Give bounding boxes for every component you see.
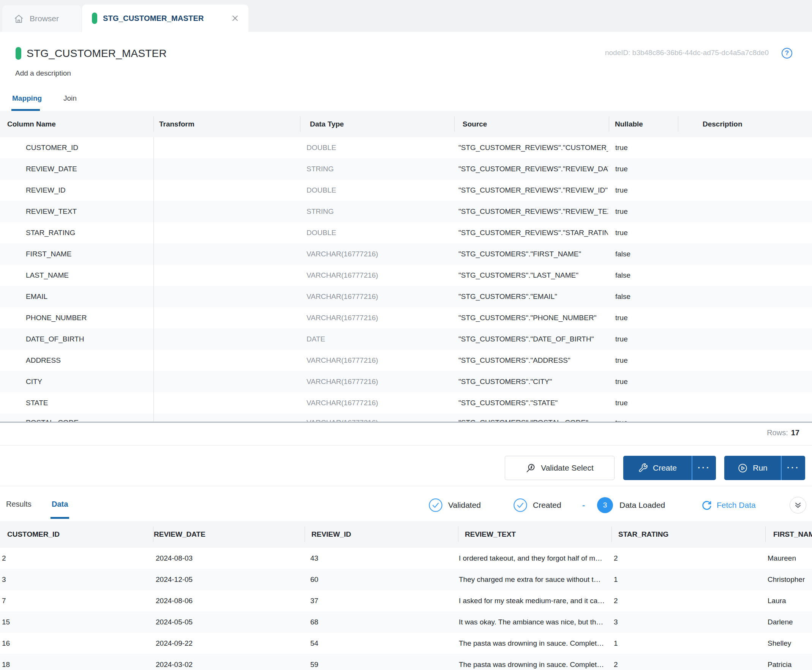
mapping-row[interactable]: REVIEW_IDDOUBLE"STG_CUSTOMER_REVIEWS"."R… xyxy=(0,179,812,201)
refresh-icon xyxy=(701,499,712,511)
create-more-options-button[interactable]: ··· xyxy=(692,456,716,480)
src-cell: "STG_CUSTOMERS"."STATE" xyxy=(458,393,608,414)
tab-active-label: STG_CUSTOMER_MASTER xyxy=(103,14,204,23)
mapping-row[interactable]: STAR_RATINGDOUBLE"STG_CUSTOMER_REVIEWS".… xyxy=(0,222,812,244)
mapping-row[interactable]: LAST_NAMEVARCHAR(16777216)"STG_CUSTOMERS… xyxy=(0,265,812,286)
name-cell: EMAIL xyxy=(26,286,47,307)
run-more-options-button[interactable]: ··· xyxy=(781,456,805,480)
chevrons-down-icon[interactable] xyxy=(790,497,806,514)
tab-results[interactable]: Results xyxy=(6,500,32,509)
column-header: Column Name xyxy=(7,111,56,137)
mapping-row[interactable]: REVIEW_DATESTRING"STG_CUSTOMER_REVIEWS".… xyxy=(0,158,812,179)
mapping-row[interactable]: ADDRESSVARCHAR(16777216)"STG_CUSTOMERS".… xyxy=(0,350,812,371)
data-cell: 3 xyxy=(614,611,618,633)
type-cell: DOUBLE xyxy=(306,137,336,158)
data-cell: The pasta was drowning in sauce. Complet… xyxy=(459,633,609,654)
column-header: REVIEW_ID xyxy=(311,521,351,548)
column-separator xyxy=(154,116,154,132)
tab-stg-customer-master[interactable]: STG_CUSTOMER_MASTER xyxy=(82,5,249,32)
column-header: Data Type xyxy=(310,111,344,137)
null-cell: true xyxy=(615,179,628,201)
src-cell: "STG_CUSTOMER_REVIEWS"."CUSTOMER_ID" xyxy=(458,137,608,158)
data-row: 22024-08-0343I ordered takeout, and they… xyxy=(0,548,812,569)
create-button[interactable]: Create xyxy=(623,456,692,480)
name-cell: ADDRESS xyxy=(26,350,61,371)
mapping-row[interactable]: REVIEW_TEXTSTRING"STG_CUSTOMER_REVIEWS".… xyxy=(0,201,812,222)
status-created: Created xyxy=(513,497,561,514)
page-title: STG_CUSTOMER_MASTER xyxy=(27,46,167,61)
src-cell: "STG_CUSTOMER_REVIEWS"."STAR_RATING" xyxy=(458,222,608,244)
data-table-header: CUSTOMER_IDREVIEW_DATEREVIEW_IDREVIEW_TE… xyxy=(0,521,812,548)
column-header: Transform xyxy=(159,111,195,137)
node-id: nodeID: b3b48c86-36b6-44dc-ad75-dc4a5a7c… xyxy=(605,49,769,57)
created-check-icon xyxy=(513,498,528,513)
tab-browser[interactable]: Browser xyxy=(2,5,81,32)
mapping-row[interactable]: CUSTOMER_IDDOUBLE"STG_CUSTOMER_REVIEWS".… xyxy=(0,137,812,158)
data-cell: I ordered takeout, and they forgot half … xyxy=(459,548,609,569)
data-cell: 2024-08-03 xyxy=(156,548,193,569)
type-cell: DOUBLE xyxy=(306,179,336,201)
results-panel-top-divider xyxy=(0,486,812,486)
data-cell: 2024-08-06 xyxy=(156,590,193,611)
mapping-row[interactable]: EMAILVARCHAR(16777216)"STG_CUSTOMERS"."E… xyxy=(0,286,812,307)
mapping-row[interactable]: CITYVARCHAR(16777216)"STG_CUSTOMERS"."CI… xyxy=(0,371,812,393)
data-cell: Laura xyxy=(768,590,786,611)
null-cell: true xyxy=(615,328,628,350)
null-cell: false xyxy=(615,244,631,265)
validate-select-button[interactable]: Validate Select xyxy=(505,456,614,480)
src-cell: "STG_CUSTOMERS"."EMAIL" xyxy=(458,286,608,307)
add-description-field[interactable]: Add a description xyxy=(15,69,71,78)
data-cell: 2 xyxy=(614,548,618,569)
name-cell: LAST_NAME xyxy=(26,265,69,286)
data-loaded-count-badge: 3 xyxy=(597,497,613,513)
data-cell: It was okay. The ambiance was nice, but … xyxy=(459,611,609,633)
column-header: CUSTOMER_ID xyxy=(7,521,60,548)
name-cell: PHONE_NUMBER xyxy=(26,307,86,328)
column-separator xyxy=(611,526,612,542)
src-cell: "STG_CUSTOMER_REVIEWS"."REVIEW_TEXT" xyxy=(458,201,608,222)
close-tab-icon[interactable] xyxy=(231,14,239,22)
column-separator xyxy=(458,526,458,542)
column-header: FIRST_NAME xyxy=(773,521,812,548)
run-button-group: Run ··· xyxy=(724,456,805,480)
src-cell: "STG_CUSTOMERS"."DATE_OF_BIRTH" xyxy=(458,328,608,350)
column-separator xyxy=(153,526,154,542)
data-cell: 43 xyxy=(310,548,318,569)
mapping-row[interactable]: FIRST_NAMEVARCHAR(16777216)"STG_CUSTOMER… xyxy=(0,244,812,265)
status-data-loaded: 3 Data Loaded xyxy=(597,497,665,514)
rows-count-value: 17 xyxy=(791,428,800,437)
mapping-row[interactable]: STATEVARCHAR(16777216)"STG_CUSTOMERS"."S… xyxy=(0,393,812,414)
data-cell: Darlene xyxy=(768,611,793,633)
node-type-icon xyxy=(15,47,21,60)
data-row: 32024-12-0560They charged me extra for s… xyxy=(0,569,812,590)
run-button[interactable]: Run xyxy=(724,456,781,480)
data-cell: 59 xyxy=(310,654,318,670)
tab-mapping[interactable]: Mapping xyxy=(12,94,42,103)
tab-data[interactable]: Data xyxy=(52,500,68,509)
mapping-row[interactable]: DATE_OF_BIRTHDATE"STG_CUSTOMERS"."DATE_O… xyxy=(0,328,812,350)
fetch-data-control[interactable]: Fetch Data xyxy=(701,497,756,514)
name-cell: STAR_RATING xyxy=(26,222,75,244)
data-row: 152024-05-0568It was okay. The ambiance … xyxy=(0,611,812,633)
tab-join[interactable]: Join xyxy=(63,94,77,103)
name-cell: REVIEW_ID xyxy=(26,179,66,201)
column-separator xyxy=(678,116,678,132)
data-cell: 1 xyxy=(614,633,618,654)
data-cell: 2024-12-05 xyxy=(156,569,193,590)
mapping-row[interactable]: PHONE_NUMBERVARCHAR(16777216)"STG_CUSTOM… xyxy=(0,307,812,328)
transform-column-separator xyxy=(154,137,154,423)
data-cell: 18 xyxy=(2,654,10,670)
data-cell: 7 xyxy=(2,590,6,611)
data-row: 162024-09-2254The pasta was drowning in … xyxy=(0,633,812,654)
null-cell: true xyxy=(615,307,628,328)
column-separator xyxy=(304,526,305,542)
type-cell: DOUBLE xyxy=(306,222,336,244)
name-cell: CUSTOMER_ID xyxy=(26,137,78,158)
null-cell: false xyxy=(615,286,631,307)
mapping-table-bottom-divider xyxy=(0,421,812,423)
validated-check-icon xyxy=(428,498,443,513)
data-cell: 16 xyxy=(2,633,10,654)
help-icon[interactable]: ? xyxy=(782,48,792,59)
tab-browser-label: Browser xyxy=(30,14,59,23)
data-cell: 54 xyxy=(310,633,318,654)
